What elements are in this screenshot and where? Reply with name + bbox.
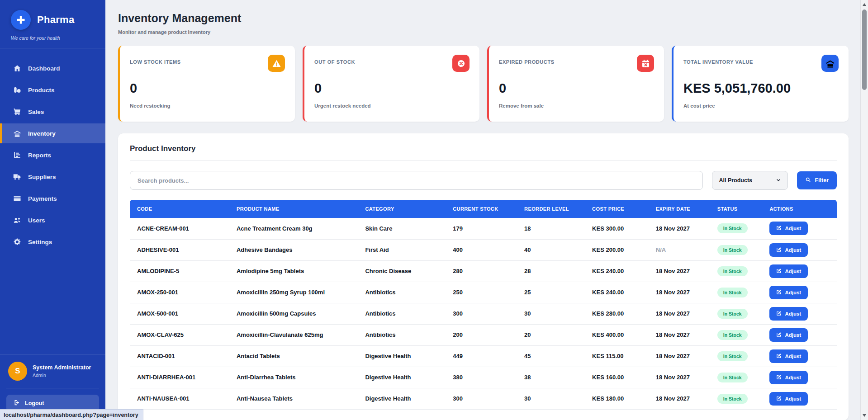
stat-card-label: OUT OF STOCK <box>314 55 355 65</box>
scrollbar-down-arrow[interactable] <box>861 412 868 419</box>
cell-status: In Stock <box>711 324 764 345</box>
adjust-button[interactable]: Adjust <box>769 328 808 342</box>
cell-expiry: 18 Nov 2027 <box>650 367 711 388</box>
sidebar-item-sales[interactable]: Sales <box>0 102 105 122</box>
sidebar-item-inventory[interactable]: Inventory <box>0 123 105 143</box>
warning-triangle-icon <box>268 55 285 72</box>
cell-category: Antibiotics <box>359 303 446 324</box>
cell-cost: KES 115.00 <box>586 345 650 367</box>
adjust-button[interactable]: Adjust <box>769 264 808 278</box>
cell-code: AMOX-250-001 <box>130 282 230 303</box>
cell-cost: KES 200.00 <box>586 239 650 260</box>
cell-name: Acne Treatment Cream 30g <box>230 218 359 239</box>
table-header-row: CODEPRODUCT NAMECATEGORYCURRENT STOCKREO… <box>130 200 837 218</box>
adjust-button[interactable]: Adjust <box>769 349 808 363</box>
filter-button-label: Filter <box>815 177 829 184</box>
cell-code: AMOX-500-001 <box>130 303 230 324</box>
sidebar-item-products[interactable]: Products <box>0 80 105 100</box>
adjust-button[interactable]: Adjust <box>769 286 808 299</box>
cell-category: Antibiotics <box>359 324 446 345</box>
adjust-button[interactable]: Adjust <box>769 371 808 384</box>
sidebar-item-reports[interactable]: Reports <box>0 145 105 165</box>
cell-code: ACNE-CREAM-001 <box>130 218 230 239</box>
cell-reorder: 38 <box>518 367 586 388</box>
column-header: ACTIONS <box>763 200 837 218</box>
chevron-down-icon <box>776 177 781 184</box>
plus-icon <box>11 10 31 30</box>
sidebar-item-users[interactable]: Users <box>0 210 105 230</box>
sidebar-item-suppliers[interactable]: Suppliers <box>0 167 105 187</box>
inventory-table: CODEPRODUCT NAMECATEGORYCURRENT STOCKREO… <box>130 200 837 410</box>
avatar: S <box>8 362 27 381</box>
sidebar-item-dashboard[interactable]: Dashboard <box>0 58 105 78</box>
cell-status: In Stock <box>711 388 764 409</box>
table-row: AMOX-CLAV-625Amoxicillin-Clavulanate 625… <box>130 324 837 345</box>
stat-card-label: LOW STOCK ITEMS <box>130 55 181 65</box>
sidebar: Pharma We care for your health Dashboard… <box>0 0 105 420</box>
table-row: ACNE-CREAM-001Acne Treatment Cream 30gSk… <box>130 218 837 239</box>
adjust-button[interactable]: Adjust <box>769 307 808 321</box>
cell-category: Chronic Disease <box>359 260 446 282</box>
adjust-button[interactable]: Adjust <box>769 222 808 235</box>
cell-status: In Stock <box>711 367 764 388</box>
stat-card-1: OUT OF STOCK0Urgent restock needed <box>303 46 479 122</box>
status-badge: In Stock <box>717 223 748 233</box>
table-row: ADHESIVE-001Adhesive BandagesFirst Aid40… <box>130 239 837 260</box>
cell-category: Digestive Health <box>359 388 446 409</box>
home-icon <box>13 64 21 72</box>
cell-reorder: 20 <box>518 324 586 345</box>
vertical-scrollbar[interactable] <box>860 0 868 420</box>
cell-reorder: 25 <box>518 282 586 303</box>
brand-tagline: We care for your health <box>11 35 95 41</box>
brand-name: Pharma <box>37 14 75 26</box>
adjust-button-label: Adjust <box>785 332 801 338</box>
table-row: AMOX-250-001Amoxicillin 250mg Syrup 100m… <box>130 282 837 303</box>
column-header: PRODUCT NAME <box>230 200 359 218</box>
cell-name: Adhesive Bandages <box>230 239 359 260</box>
cell-category: First Aid <box>359 239 446 260</box>
edit-icon <box>776 268 782 274</box>
cell-cost: KES 240.00 <box>586 282 650 303</box>
scrollbar-up-arrow[interactable] <box>861 1 868 8</box>
stat-card-value: KES 5,051,760.00 <box>683 81 839 96</box>
cell-expiry: 18 Nov 2027 <box>650 218 711 239</box>
scrollbar-thumb[interactable] <box>862 9 867 90</box>
cell-stock: 300 <box>446 303 518 324</box>
cart-icon <box>13 108 21 116</box>
pills-icon <box>13 86 21 94</box>
adjust-button-label: Adjust <box>785 354 801 359</box>
cell-stock: 250 <box>446 282 518 303</box>
chart-icon <box>13 151 21 159</box>
search-icon <box>805 177 811 184</box>
cell-expiry: 18 Nov 2027 <box>650 303 711 324</box>
sidebar-nav: DashboardProductsSalesInventoryReportsSu… <box>0 58 105 354</box>
filter-button[interactable]: Filter <box>797 171 837 189</box>
cell-actions: Adjust <box>763 324 837 345</box>
main-content: Inventory Management Monitor and manage … <box>105 0 860 420</box>
sidebar-item-label: Sales <box>28 109 44 115</box>
cell-category: Antibiotics <box>359 282 446 303</box>
column-header: EXPIRY DATE <box>650 200 711 218</box>
cell-actions: Adjust <box>763 218 837 239</box>
edit-icon <box>776 225 782 231</box>
cell-cost: KES 180.00 <box>586 388 650 409</box>
users-icon <box>13 216 21 224</box>
adjust-button[interactable]: Adjust <box>769 392 808 406</box>
cell-actions: Adjust <box>763 239 837 260</box>
cell-expiry: 18 Nov 2027 <box>650 282 711 303</box>
cell-name: Amoxicillin-Clavulanate 625mg <box>230 324 359 345</box>
logout-label: Logout <box>25 400 44 406</box>
sidebar-item-payments[interactable]: Payments <box>0 189 105 208</box>
table-row: AMOX-500-001Amoxicillin 500mg CapsulesAn… <box>130 303 837 324</box>
table-row: ANTACID-001Antacid TabletsDigestive Heal… <box>130 345 837 367</box>
edit-icon <box>776 311 782 317</box>
cell-category: Digestive Health <box>359 345 446 367</box>
cell-stock: 179 <box>446 218 518 239</box>
category-filter-select[interactable]: All Products <box>712 171 788 190</box>
edit-icon <box>776 396 782 402</box>
cell-actions: Adjust <box>763 345 837 367</box>
adjust-button[interactable]: Adjust <box>769 243 808 257</box>
sidebar-item-settings[interactable]: Settings <box>0 232 105 252</box>
search-input[interactable] <box>130 171 703 190</box>
cell-reorder: 30 <box>518 388 586 409</box>
